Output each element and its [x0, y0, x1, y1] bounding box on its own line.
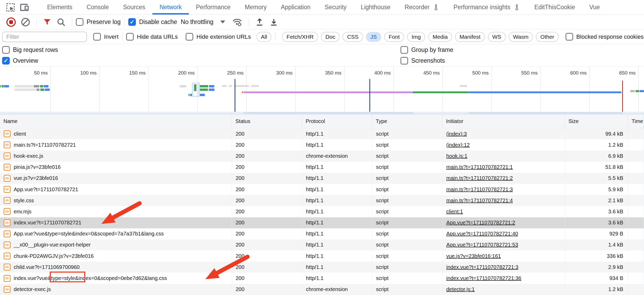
initiator-link[interactable]: main.ts?t=1711070782721:3 — [446, 186, 513, 193]
hide-data-urls-checkbox[interactable] — [126, 33, 134, 41]
tab-recorder[interactable]: Recorder — [398, 0, 447, 14]
tab-security[interactable]: Security — [318, 0, 354, 14]
script-file-icon — [4, 264, 11, 271]
filter-chip-img[interactable]: Img — [407, 32, 425, 42]
export-har-button[interactable] — [269, 17, 279, 27]
device-toolbar-button[interactable] — [17, 0, 31, 14]
request-name: __x00__plugin-vue:export-helper — [14, 242, 91, 248]
screenshots-checkbox[interactable] — [400, 57, 408, 65]
invert-filter-checkbox[interactable] — [93, 33, 101, 41]
filter-chip-css[interactable]: CSS — [343, 32, 363, 42]
initiator-link[interactable]: App.vue?t=1711070782721:2 — [446, 220, 515, 226]
column-header-name[interactable]: Name — [0, 114, 232, 128]
waterfall-bar — [189, 94, 190, 96]
table-row[interactable]: App.vue?t=1711070782721200http/1.1script… — [0, 184, 644, 195]
initiator-link[interactable]: vue.js?v=23bfe016:161 — [446, 253, 501, 259]
tab-label: Network — [160, 4, 182, 11]
filter-chip-all[interactable]: All — [256, 32, 271, 42]
table-row[interactable]: style.css200http/1.1scriptmain.ts?t=1711… — [0, 195, 644, 206]
tab-sources[interactable]: Sources — [116, 0, 152, 14]
table-row[interactable]: child.vue?t=1711069700960200http/1.1scri… — [0, 262, 644, 273]
initiator-link[interactable]: main.ts?t=1711070782721:4 — [446, 198, 513, 204]
tab-editthiscookie[interactable]: EditThisCookie — [527, 0, 582, 14]
protocol-cell: http/1.1 — [302, 162, 372, 173]
timeline-gridline — [295, 66, 296, 112]
import-har-button[interactable] — [255, 17, 264, 27]
table-row[interactable]: App.vue?vue&type=style&index=0&scoped=7a… — [0, 228, 644, 239]
big-request-rows-checkbox[interactable] — [2, 46, 10, 54]
filter-chip-js[interactable]: JS — [366, 32, 382, 42]
script-file-icon — [4, 275, 11, 282]
tab-console[interactable]: Console — [80, 0, 116, 14]
table-row[interactable]: pinia.js?v=23bfe016200http/1.1scriptmain… — [0, 162, 644, 173]
initiator-link[interactable]: index.vue?t=1711070782721:3 — [446, 264, 518, 270]
tab-performance-insights[interactable]: Performance insights — [447, 0, 527, 14]
name-cell: pinia.js?v=23bfe016 — [0, 162, 232, 173]
table-row[interactable]: detector-exec.js200chrome-extensionscrip… — [0, 284, 644, 295]
group-by-frame-checkbox[interactable] — [400, 46, 408, 54]
tab-lighthouse[interactable]: Lighthouse — [354, 0, 398, 14]
filter-chip-font[interactable]: Font — [384, 32, 404, 42]
initiator-link[interactable]: App.vue?t=1711070782721:40 — [446, 231, 518, 237]
network-conditions-button[interactable] — [232, 17, 242, 27]
tab-label: Memory — [245, 4, 267, 11]
column-header-size[interactable]: Size — [565, 114, 628, 128]
clear-network-log-button[interactable] — [21, 17, 30, 27]
initiator-link[interactable]: main.ts?t=1711070782721:1 — [446, 164, 513, 170]
column-header-status[interactable]: Status — [232, 114, 302, 128]
tab-memory[interactable]: Memory — [238, 0, 274, 14]
filter-chip-wasm[interactable]: Wasm — [509, 32, 533, 42]
table-row[interactable]: vue.js?v=23bfe016200http/1.1scriptmain.t… — [0, 173, 644, 184]
filter-input[interactable] — [2, 32, 87, 42]
filter-chip-doc[interactable]: Doc — [321, 32, 340, 42]
initiator-link[interactable]: main.ts?t=1711070782721:2 — [446, 175, 513, 181]
initiator-link[interactable]: App.vue?t=1711070782721:53 — [446, 242, 518, 248]
network-overview-timeline[interactable]: 50 ms100 ms150 ms200 ms250 ms300 ms350 m… — [0, 66, 644, 114]
table-row[interactable]: __x00__plugin-vue:export-helper200http/1… — [0, 239, 644, 250]
filter-chip-fetch-xhr[interactable]: Fetch/XHR — [282, 32, 318, 42]
table-row[interactable]: index.vue?vue&type=style&index=0&scoped=… — [0, 273, 644, 284]
script-file-icon — [4, 230, 11, 237]
initiator-link[interactable]: detector.js:1 — [446, 286, 475, 292]
record-network-log-button[interactable] — [6, 17, 16, 27]
throttling-dropdown[interactable]: No throttling — [181, 18, 225, 26]
table-row[interactable]: hook-exec.js200chrome-extensionscripthoo… — [0, 150, 644, 161]
disable-cache-checkbox[interactable] — [128, 18, 136, 26]
filter-chip-media[interactable]: Media — [428, 32, 452, 42]
time-cell — [628, 273, 644, 284]
hide-extension-urls-checkbox[interactable] — [186, 33, 193, 41]
tab-vue[interactable]: Vue — [582, 0, 607, 14]
filter-chip-other[interactable]: Other — [536, 32, 559, 42]
filter-chip-ws[interactable]: WS — [488, 32, 506, 42]
table-row[interactable]: main.ts?t=1711070782721200http/1.1script… — [0, 139, 644, 150]
filter-toggle-button[interactable] — [43, 18, 52, 27]
table-row[interactable]: index.vue?t=1711070782721200http/1.1scri… — [0, 217, 644, 228]
timeline-tick-label: 50 ms — [8, 70, 48, 76]
table-row[interactable]: chunk-PD2AWGJV.js?v=23bfe016200http/1.1s… — [0, 250, 644, 262]
filter-chip-manifest[interactable]: Manifest — [455, 32, 485, 42]
overview-checkbox[interactable] — [2, 57, 10, 65]
tabbar-icon-group — [0, 0, 31, 14]
tab-elements[interactable]: Elements — [40, 0, 80, 14]
column-header-type[interactable]: Type — [372, 114, 443, 128]
initiator-link[interactable]: index.vue?t=1711070782721:36 — [446, 275, 521, 281]
initiator-cell: App.vue?t=1711070782721:40 — [443, 228, 565, 239]
size-cell: 5.9 kB — [565, 184, 628, 195]
column-header-protocol[interactable]: Protocol — [302, 114, 372, 128]
column-header-initiator[interactable]: Initiator — [443, 114, 565, 128]
tab-application[interactable]: Application — [274, 0, 318, 14]
tab-network[interactable]: Network — [152, 0, 189, 14]
initiator-link[interactable]: (index):3 — [446, 131, 467, 137]
inspect-element-button[interactable] — [4, 0, 17, 14]
tab-performance[interactable]: Performance — [189, 0, 238, 14]
initiator-link[interactable]: (index):12 — [446, 142, 470, 148]
initiator-link[interactable]: hook.js:1 — [446, 153, 467, 159]
table-row[interactable]: client200http/1.1script(index):399.4 kB — [0, 128, 644, 139]
search-network-button[interactable] — [56, 17, 66, 27]
blocked-response-cookies-checkbox[interactable] — [566, 33, 573, 41]
column-header-time[interactable]: Time — [628, 114, 644, 128]
initiator-link[interactable]: client:1 — [446, 209, 463, 215]
toolbar-divider — [36, 18, 37, 26]
table-row[interactable]: env.mjs200http/1.1scriptclient:13.6 kB — [0, 206, 644, 217]
preserve-log-checkbox[interactable] — [76, 18, 83, 26]
